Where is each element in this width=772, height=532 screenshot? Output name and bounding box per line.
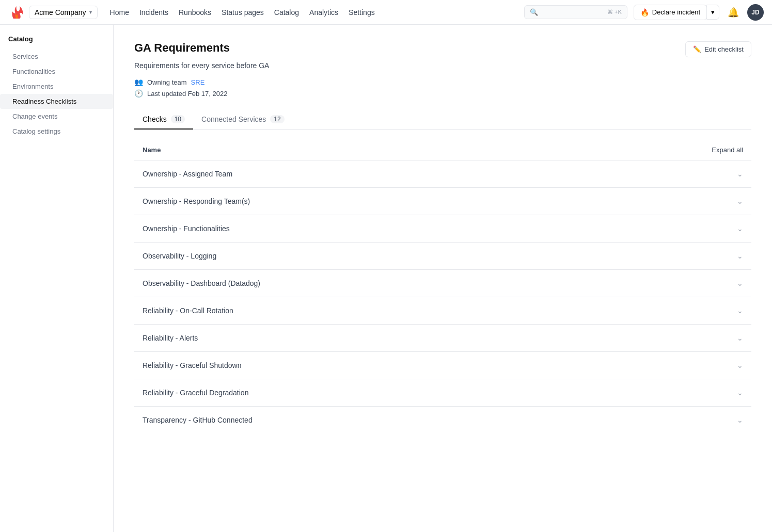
nav-incidents[interactable]: Incidents xyxy=(139,8,168,17)
main-content: GA Requirements ✏️ Edit checklist Requir… xyxy=(114,25,772,532)
checklist-row-name: Ownership - Responding Team(s) xyxy=(143,197,250,205)
sidebar-item-readiness-checklists[interactable]: Readiness Checklists xyxy=(0,94,113,109)
chevron-down-icon: ⌄ xyxy=(737,170,743,178)
checklist-row[interactable]: Reliability - Graceful Degradation ⌄ xyxy=(134,379,751,406)
fire-icon: 🔥 xyxy=(640,8,649,17)
owning-team-row: 👥 Owning team SRE xyxy=(134,78,751,86)
checklist-row-name: Reliability - On-Call Rotation xyxy=(143,307,233,315)
checklist-row-name: Observability - Dashboard (Datadog) xyxy=(143,279,260,287)
edit-checklist-button[interactable]: ✏️ Edit checklist xyxy=(685,41,751,57)
meta-info: 👥 Owning team SRE 🕐 Last updated Feb 17,… xyxy=(134,78,751,98)
edit-btn-label: Edit checklist xyxy=(704,45,744,53)
sidebar-item-environments[interactable]: Environments xyxy=(0,79,113,94)
main-layout: Catalog Services Functionalities Environ… xyxy=(0,25,772,532)
checklist-row-name: Ownership - Assigned Team xyxy=(143,170,232,178)
sidebar-item-services[interactable]: Services xyxy=(0,49,113,64)
checklist-row[interactable]: Reliability - Alerts ⌄ xyxy=(134,324,751,351)
clock-icon: 🕐 xyxy=(134,89,143,98)
sidebar: Catalog Services Functionalities Environ… xyxy=(0,25,114,532)
topnav: Acme Company ▾ Home Incidents Runbooks S… xyxy=(0,0,772,25)
table-header: Name Expand all xyxy=(134,142,751,158)
tab-checks-label: Checks xyxy=(143,115,167,123)
checklist-row[interactable]: Observability - Dashboard (Datadog) ⌄ xyxy=(134,269,751,297)
checklist-row[interactable]: Observability - Logging ⌄ xyxy=(134,242,751,269)
chevron-down-icon: ▾ xyxy=(89,9,92,15)
checklist-row[interactable]: Ownership - Functionalities ⌄ xyxy=(134,215,751,242)
tabs: Checks 10 Connected Services 12 xyxy=(134,110,751,130)
chevron-down-icon: ⌄ xyxy=(737,307,743,315)
chevron-down-icon: ⌄ xyxy=(737,252,743,260)
checklist-row[interactable]: Transparency - GitHub Connected ⌄ xyxy=(134,406,751,433)
team-link[interactable]: SRE xyxy=(191,78,205,86)
checklist-row-name: Observability - Logging xyxy=(143,252,216,260)
tab-connected-services-label: Connected Services xyxy=(201,115,266,123)
checklist-row-name: Reliability - Graceful Degradation xyxy=(143,389,248,397)
app-logo-icon xyxy=(8,4,25,21)
chevron-down-icon: ⌄ xyxy=(737,389,743,397)
company-selector[interactable]: Acme Company ▾ xyxy=(29,6,98,19)
declare-incident-button[interactable]: 🔥 Declare incident xyxy=(634,5,707,20)
checklist-row-name: Reliability - Alerts xyxy=(143,334,198,342)
checklist-row-name: Ownership - Functionalities xyxy=(143,224,230,233)
owning-team-label: Owning team xyxy=(147,78,187,86)
expand-all-button[interactable]: Expand all xyxy=(712,146,743,154)
search-shortcut: ⌘ +K xyxy=(607,9,622,15)
nav-analytics[interactable]: Analytics xyxy=(309,8,338,17)
user-avatar[interactable]: JD xyxy=(747,4,764,21)
declare-chevron-button[interactable]: ▾ xyxy=(706,5,719,20)
chevron-down-icon: ⌄ xyxy=(737,197,743,205)
name-column-header: Name xyxy=(143,146,161,154)
nav-runbooks[interactable]: Runbooks xyxy=(179,8,211,17)
tab-connected-services[interactable]: Connected Services 12 xyxy=(193,110,293,130)
nav-settings[interactable]: Settings xyxy=(349,8,375,17)
sidebar-item-catalog-settings[interactable]: Catalog settings xyxy=(0,124,113,139)
nav-status-pages[interactable]: Status pages xyxy=(222,8,264,17)
chevron-down-icon: ⌄ xyxy=(737,416,743,424)
nav-catalog[interactable]: Catalog xyxy=(274,8,299,17)
declare-incident-wrapper: 🔥 Declare incident ▾ xyxy=(634,5,719,20)
sidebar-section-title: Catalog xyxy=(0,35,113,49)
checklist-row[interactable]: Ownership - Responding Team(s) ⌄ xyxy=(134,187,751,215)
checklist-row[interactable]: Reliability - Graceful Shutdown ⌄ xyxy=(134,351,751,379)
page-subtitle: Requirements for every service before GA xyxy=(134,61,751,70)
search-icon: 🔍 xyxy=(530,8,538,16)
topnav-right: 🔍 ⌘ +K 🔥 Declare incident ▾ 🔔 JD xyxy=(524,4,764,21)
search-box[interactable]: 🔍 ⌘ +K xyxy=(524,5,627,19)
notifications-button[interactable]: 🔔 xyxy=(726,5,741,20)
page-header: GA Requirements ✏️ Edit checklist xyxy=(134,41,751,57)
logo-area: Acme Company ▾ xyxy=(8,4,98,21)
checklist-table: Ownership - Assigned Team ⌄ Ownership - … xyxy=(134,160,751,433)
edit-icon: ✏️ xyxy=(693,45,701,53)
team-icon: 👥 xyxy=(134,78,143,86)
chevron-down-icon: ⌄ xyxy=(737,361,743,369)
tab-checks[interactable]: Checks 10 xyxy=(134,110,193,130)
chevron-down-icon: ⌄ xyxy=(737,334,743,342)
checklist-row-name: Transparency - GitHub Connected xyxy=(143,416,253,424)
tab-connected-services-badge: 12 xyxy=(270,115,284,123)
checklist-row[interactable]: Ownership - Assigned Team ⌄ xyxy=(134,160,751,187)
sidebar-item-functionalities[interactable]: Functionalities xyxy=(0,64,113,79)
nav-links: Home Incidents Runbooks Status pages Cat… xyxy=(110,8,512,17)
declare-btn-label: Declare incident xyxy=(652,8,700,16)
company-name: Acme Company xyxy=(35,8,86,17)
checklist-row-name: Reliability - Graceful Shutdown xyxy=(143,361,241,369)
tab-checks-badge: 10 xyxy=(171,115,185,123)
chevron-down-icon: ▾ xyxy=(711,8,715,16)
page-title: GA Requirements xyxy=(134,41,230,55)
checklist-row[interactable]: Reliability - On-Call Rotation ⌄ xyxy=(134,297,751,324)
last-updated-text: Last updated Feb 17, 2022 xyxy=(147,90,227,98)
chevron-down-icon: ⌄ xyxy=(737,224,743,233)
nav-home[interactable]: Home xyxy=(110,8,129,17)
last-updated-row: 🕐 Last updated Feb 17, 2022 xyxy=(134,89,751,98)
sidebar-item-change-events[interactable]: Change events xyxy=(0,109,113,124)
chevron-down-icon: ⌄ xyxy=(737,279,743,287)
